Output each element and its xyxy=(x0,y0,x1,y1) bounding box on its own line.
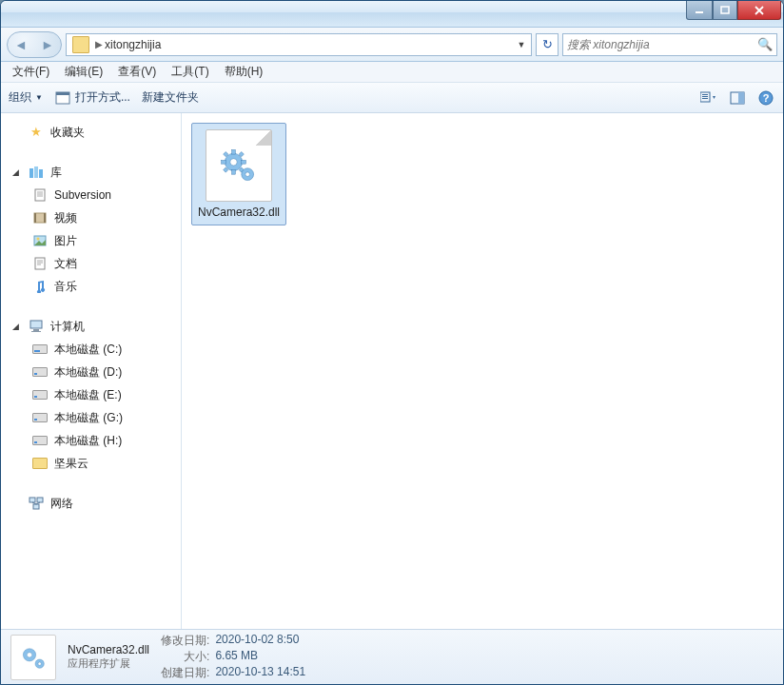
svg-rect-26 xyxy=(37,498,43,502)
sidebar-item-drive-d[interactable]: 本地磁盘 (D:) xyxy=(5,361,177,383)
address-dropdown-icon[interactable]: ▼ xyxy=(514,40,529,49)
search-icon[interactable]: 🔍 xyxy=(757,37,773,51)
svg-rect-22 xyxy=(30,321,42,328)
body: ★ 收藏夹 ◢ 库 xyxy=(1,113,783,629)
drive-e-label: 本地磁盘 (E:) xyxy=(54,385,122,404)
star-icon: ★ xyxy=(28,125,45,140)
view-options-button[interactable] xyxy=(699,89,718,107)
picture-icon xyxy=(31,233,49,248)
favorites-header[interactable]: ★ 收藏夹 xyxy=(5,121,177,144)
svg-rect-32 xyxy=(222,161,226,165)
svg-rect-17 xyxy=(34,213,36,223)
search-input[interactable] xyxy=(567,38,757,51)
computer-icon xyxy=(28,319,45,334)
sidebar-item-jianguo[interactable]: 坚果云 xyxy=(5,452,177,475)
sidebar-item-drive-h[interactable]: 本地磁盘 (H:) xyxy=(5,429,177,452)
svg-point-39 xyxy=(245,172,250,177)
created-label: 创建日期: xyxy=(161,665,209,681)
search-box[interactable]: 🔍 xyxy=(562,33,777,56)
minimize-button[interactable] xyxy=(686,1,713,20)
libraries-group: ◢ 库 Subversion xyxy=(5,161,177,298)
pictures-label: 图片 xyxy=(54,231,77,250)
organize-button[interactable]: 组织 ▼ xyxy=(9,89,43,106)
address-path: xitongzhijia xyxy=(105,38,514,51)
new-folder-button[interactable]: 新建文件夹 xyxy=(142,89,199,106)
menu-edit[interactable]: 编辑(E) xyxy=(59,62,108,82)
video-label: 视频 xyxy=(54,208,77,227)
open-with-label: 打开方式... xyxy=(75,89,130,106)
modified-value: 2020-10-02 8:50 xyxy=(215,633,305,649)
navigation-bar: ◄ ► ▶ xitongzhijia ▼ ↻ 🔍 xyxy=(1,28,783,62)
computer-header[interactable]: ◢ 计算机 xyxy=(5,315,177,338)
sidebar-item-documents[interactable]: 文档 xyxy=(5,252,177,275)
computer-group: ◢ 计算机 本地磁盘 (C:) 本地磁盘 (D:) xyxy=(5,315,177,475)
svg-rect-24 xyxy=(31,331,41,332)
drive-icon xyxy=(31,342,49,357)
menu-file[interactable]: 文件(F) xyxy=(7,62,55,82)
network-label: 网络 xyxy=(50,494,73,513)
menu-tools[interactable]: 工具(T) xyxy=(166,62,214,82)
sidebar-item-drive-c[interactable]: 本地磁盘 (C:) xyxy=(5,338,177,361)
svg-text:?: ? xyxy=(763,92,770,104)
nav-back-forward: ◄ ► xyxy=(7,31,62,58)
size-label: 大小: xyxy=(161,649,209,665)
document-icon xyxy=(31,256,49,271)
sidebar-item-subversion[interactable]: Subversion xyxy=(5,184,177,206)
svg-rect-33 xyxy=(242,161,246,165)
file-list[interactable]: NvCamera32.dll xyxy=(182,113,783,629)
maximize-button[interactable] xyxy=(713,1,737,20)
video-icon xyxy=(31,210,49,225)
favorites-label: 收藏夹 xyxy=(50,123,85,142)
drive-h-label: 本地磁盘 (H:) xyxy=(54,431,122,450)
organize-label: 组织 xyxy=(9,89,31,106)
network-header[interactable]: 网络 xyxy=(5,492,177,515)
document-icon xyxy=(31,187,49,203)
libraries-label: 库 xyxy=(50,163,62,182)
svg-point-20 xyxy=(37,238,40,241)
sidebar-item-video[interactable]: 视频 xyxy=(5,206,177,229)
svg-rect-3 xyxy=(56,92,69,95)
chevron-down-icon: ▼ xyxy=(35,93,43,102)
open-with-icon xyxy=(54,90,71,106)
sidebar-item-pictures[interactable]: 图片 xyxy=(5,229,177,252)
details-pane: NvCamera32.dll 应用程序扩展 修改日期: 2020-10-02 8… xyxy=(1,629,783,684)
music-icon xyxy=(31,279,49,294)
size-value: 6.65 MB xyxy=(215,649,305,665)
drive-icon xyxy=(31,387,49,402)
back-button[interactable]: ◄ xyxy=(14,37,28,52)
help-button[interactable]: ? xyxy=(756,89,775,107)
svg-rect-7 xyxy=(702,98,708,99)
file-item-selected[interactable]: NvCamera32.dll xyxy=(191,123,286,225)
sidebar-item-music[interactable]: 音乐 xyxy=(5,275,177,298)
preview-pane-button[interactable] xyxy=(728,89,747,107)
svg-rect-27 xyxy=(33,504,39,509)
svg-rect-1 xyxy=(721,7,729,13)
sidebar-item-drive-e[interactable]: 本地磁盘 (E:) xyxy=(5,383,177,406)
network-icon xyxy=(28,496,45,511)
details-type: 应用程序扩展 xyxy=(68,656,149,671)
toolbar-right: ? xyxy=(699,89,775,107)
svg-rect-23 xyxy=(33,329,39,331)
libraries-header[interactable]: ◢ 库 xyxy=(5,161,177,184)
open-with-button[interactable]: 打开方式... xyxy=(54,89,130,106)
created-value: 2020-10-13 14:51 xyxy=(215,665,305,681)
subversion-label: Subversion xyxy=(54,186,111,205)
svg-rect-12 xyxy=(29,168,33,178)
svg-point-41 xyxy=(27,652,31,656)
navigation-pane: ★ 收藏夹 ◢ 库 xyxy=(1,113,182,629)
favorites-group: ★ 收藏夹 xyxy=(5,121,177,144)
menu-help[interactable]: 帮助(H) xyxy=(219,62,269,82)
breadcrumb-separator-icon: ▶ xyxy=(95,39,103,49)
drive-icon xyxy=(31,433,49,448)
close-button[interactable] xyxy=(737,1,781,20)
sidebar-item-drive-g[interactable]: 本地磁盘 (G:) xyxy=(5,406,177,429)
music-label: 音乐 xyxy=(54,277,77,296)
explorer-window: ◄ ► ▶ xitongzhijia ▼ ↻ 🔍 文件(F) 编辑(E) 查看(… xyxy=(0,0,784,685)
svg-point-43 xyxy=(38,662,41,665)
forward-button[interactable]: ► xyxy=(41,37,54,52)
svg-rect-13 xyxy=(34,166,38,178)
address-bar[interactable]: ▶ xitongzhijia ▼ xyxy=(66,33,532,56)
refresh-button[interactable]: ↻ xyxy=(536,33,559,56)
menu-view[interactable]: 查看(V) xyxy=(112,62,162,82)
window-controls xyxy=(686,1,781,20)
